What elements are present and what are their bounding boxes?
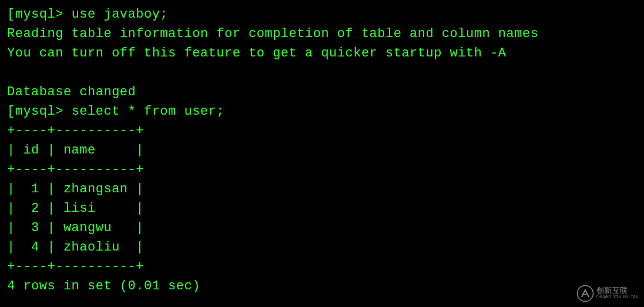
info-line: You can turn off this feature to get a q… [7, 44, 637, 63]
table-row: | 3 | wangwu | [7, 218, 637, 238]
watermark-brand: 创新互联 [596, 287, 638, 295]
watermark: 创新互联 CHUANG XIN HULIAN [576, 285, 638, 302]
watermark-sub: CHUANG XIN HULIAN [596, 295, 638, 300]
command-line-2[interactable]: [mysql> select * from user; [7, 102, 637, 121]
table-header-row: | id | name | [7, 141, 637, 160]
result-summary: 4 rows in set (0.01 sec) [7, 276, 637, 296]
db-changed-line: Database changed [7, 82, 637, 102]
bracket-open: [ [7, 7, 15, 22]
command-text: select * from user; [72, 104, 224, 119]
table-row: | 4 | zhaoliu | [7, 238, 637, 257]
blank-line [7, 63, 637, 82]
svg-point-0 [577, 286, 593, 302]
terminal-output: [mysql> use javaboy; Reading table infor… [7, 5, 637, 296]
watermark-logo-icon [576, 285, 594, 302]
info-line: Reading table information for completion… [7, 24, 637, 44]
bracket-open: [ [7, 104, 15, 119]
table-row: | 2 | lisi | [7, 199, 637, 218]
command-text: use javaboy; [72, 7, 168, 22]
watermark-text: 创新互联 CHUANG XIN HULIAN [596, 287, 638, 300]
mysql-prompt: mysql> [15, 104, 63, 119]
table-border-bottom: +----+----------+ [7, 257, 637, 276]
table-row: | 1 | zhangsan | [7, 179, 637, 199]
table-border-top: +----+----------+ [7, 121, 637, 141]
mysql-prompt: mysql> [15, 7, 63, 22]
command-line-1[interactable]: [mysql> use javaboy; [7, 5, 637, 24]
table-border-mid: +----+----------+ [7, 160, 637, 179]
